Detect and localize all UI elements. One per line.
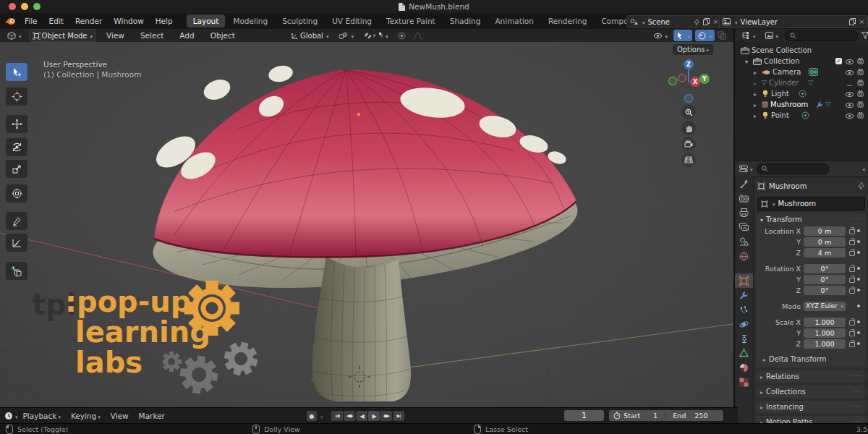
hidden-in-viewport-icon[interactable] (846, 80, 854, 86)
play-reverse-button[interactable]: ◀ (356, 411, 367, 421)
menu-marker[interactable]: Marker (134, 412, 170, 420)
snapping-controls[interactable] (361, 30, 391, 41)
menu-add[interactable]: Add (174, 31, 200, 40)
blender-logo-icon[interactable] (4, 16, 16, 26)
next-keyframe-button[interactable]: ◆▶ (380, 411, 392, 421)
orthographic-toggle-button[interactable] (681, 153, 696, 167)
menu-playback[interactable]: Playback (18, 412, 66, 420)
animate-dot[interactable] (857, 305, 860, 307)
workspace-tab-modeling[interactable]: Modeling (226, 14, 274, 27)
tool-add-cube[interactable] (6, 262, 27, 280)
animate-dot[interactable] (857, 278, 860, 281)
tool-rotate[interactable] (6, 138, 27, 156)
location-x-field[interactable]: 0 m (804, 226, 846, 236)
lock-icon[interactable] (848, 227, 854, 234)
menu-edit[interactable]: Edit (43, 17, 69, 25)
location-z-field[interactable]: 4 m (804, 248, 846, 258)
xray-toggle-icon[interactable] (718, 31, 726, 40)
outliner-row-collection[interactable]: Collection ✓ (735, 56, 868, 67)
jump-to-start-button[interactable]: |◀ (331, 411, 343, 421)
tool-move[interactable] (6, 115, 27, 133)
lock-icon[interactable] (848, 329, 854, 336)
tab-world[interactable] (735, 249, 753, 263)
workspace-tab-texture-paint[interactable]: Texture Paint (380, 14, 442, 27)
end-frame-field[interactable]: 250 (694, 412, 707, 420)
tool-transform[interactable] (6, 184, 27, 203)
disable-in-render-icon[interactable] (857, 112, 865, 119)
outliner-row-scene-collection[interactable]: Scene Collection (735, 45, 868, 56)
disable-in-render-icon[interactable] (857, 69, 865, 75)
disable-in-render-icon[interactable] (857, 80, 865, 86)
tool-scale[interactable] (6, 160, 27, 178)
disable-in-render-icon[interactable] (857, 101, 865, 108)
orientation-selector[interactable]: Global (288, 30, 331, 41)
disclosure-collapsed-icon[interactable] (754, 111, 760, 119)
outliner-editor-type-button[interactable] (739, 30, 759, 41)
panel-collections[interactable]: Collections ···· (756, 386, 866, 398)
scale-z-field[interactable]: 1.000 (804, 339, 846, 349)
breadcrumb-object-name[interactable]: Mushroom (769, 182, 807, 190)
lock-icon[interactable] (848, 249, 854, 256)
pivot-point-selector[interactable] (336, 30, 357, 41)
auto-keying-button[interactable]: ● (307, 411, 317, 421)
mode-selector[interactable]: Object Mode (29, 29, 97, 42)
disclosure-collapsed-icon[interactable] (754, 68, 760, 76)
current-frame-field[interactable]: 1 (564, 410, 604, 421)
animate-dot[interactable] (857, 331, 860, 334)
workspace-tab-rendering[interactable]: Rendering (542, 14, 594, 27)
object-name-field[interactable]: Mushroom (757, 197, 865, 210)
tab-view-layer[interactable] (735, 220, 753, 234)
panel-instancing[interactable]: Instancing ···· (756, 401, 866, 413)
tab-texture[interactable] (735, 375, 753, 389)
gizmo-axis-neg-y[interactable] (669, 77, 677, 85)
prev-keyframe-button[interactable]: ◀◆ (344, 411, 355, 421)
lock-icon[interactable] (848, 276, 854, 283)
viewlayer-selector[interactable]: ViewLayer × (719, 15, 868, 28)
animate-dot[interactable] (857, 267, 860, 270)
hide-in-viewport-icon[interactable] (846, 113, 854, 119)
tool-select-box[interactable] (6, 63, 27, 81)
lock-icon[interactable] (848, 238, 854, 245)
rotation-mode-dropdown[interactable]: XYZ Euler (804, 302, 846, 311)
rotation-y-field[interactable]: 0° (804, 275, 846, 284)
disclosure-collapsed-icon[interactable] (754, 79, 760, 87)
transform-panel-header[interactable]: Transform ···· (756, 213, 866, 225)
scale-x-field[interactable]: 1.000 (804, 318, 846, 327)
menu-help[interactable]: Help (150, 17, 179, 25)
panel-grip[interactable]: ···· (851, 216, 861, 223)
tab-render[interactable] (735, 191, 753, 205)
disable-in-render-icon[interactable] (857, 58, 865, 64)
show-object-types-button[interactable] (651, 30, 671, 41)
show-overlays-button[interactable] (695, 30, 715, 41)
camera-view-button[interactable] (681, 137, 696, 151)
animate-dot[interactable] (857, 229, 860, 232)
pan-view-button[interactable] (681, 121, 696, 135)
collection-checkbox[interactable]: ✓ (835, 58, 842, 64)
remove-viewlayer-icon[interactable]: × (859, 18, 864, 25)
pin-icon[interactable] (694, 19, 700, 25)
rotation-x-field[interactable]: 0° (804, 264, 846, 273)
gizmo-axis-neg-x[interactable] (678, 75, 686, 82)
panel-grip[interactable]: ···· (851, 404, 861, 410)
tab-physics[interactable] (735, 317, 753, 331)
workspace-tab-sculpting[interactable]: Sculpting (276, 14, 324, 27)
menu-select[interactable]: Select (135, 31, 169, 40)
tab-output[interactable] (735, 205, 753, 220)
options-button[interactable]: Options (673, 44, 713, 55)
animate-dot[interactable] (857, 289, 860, 292)
tab-object[interactable] (735, 273, 753, 288)
pin-icon[interactable] (858, 182, 865, 190)
tab-object-data[interactable] (735, 346, 753, 360)
lock-icon[interactable] (848, 265, 854, 272)
menu-object[interactable]: Object (205, 31, 241, 40)
panel-grip[interactable]: ···· (851, 373, 861, 380)
menu-view[interactable]: View (101, 31, 130, 40)
animate-dot[interactable] (857, 251, 860, 254)
tab-modifiers[interactable] (735, 288, 753, 302)
outliner-row-light[interactable]: Light (735, 88, 868, 99)
menu-keying[interactable]: Keying (66, 412, 106, 420)
menu-view-timeline[interactable]: View (106, 412, 134, 420)
animate-dot[interactable] (857, 320, 860, 323)
location-y-field[interactable]: 0 m (804, 237, 846, 247)
menu-render[interactable]: Render (69, 17, 108, 25)
